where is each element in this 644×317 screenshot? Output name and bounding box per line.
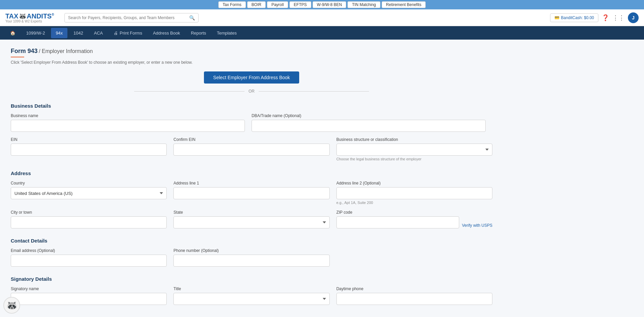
- grid-icon[interactable]: ⋮⋮: [612, 14, 625, 21]
- topnav-boir[interactable]: BOIR: [247, 1, 266, 8]
- business-details-title: Business Details: [11, 103, 492, 109]
- nav-print[interactable]: 🖨 Print Forms: [109, 28, 147, 38]
- bandit-cash-button[interactable]: 💳 BanditCash: $0.00: [550, 13, 598, 22]
- dba-name-label: DBA/Trade name (Optional): [252, 113, 486, 118]
- header-right: 💳 BanditCash: $0.00 ❓ ⋮⋮ J: [550, 12, 639, 23]
- address-line2-group: Address line 2 (Optional) e.g., Apt 1A, …: [336, 181, 492, 205]
- topnav-tin[interactable]: TIN Matching: [347, 1, 380, 8]
- topnav-eftps[interactable]: EFTPS: [289, 1, 311, 8]
- country-select[interactable]: United States of America (US): [11, 187, 167, 199]
- business-structure-label: Business structure or classification: [336, 137, 492, 142]
- nav-1042[interactable]: 1042: [69, 28, 88, 38]
- signatory-row: Signatory name Title Daytime phone: [11, 286, 492, 305]
- email-group: Email address (Optional): [11, 248, 167, 267]
- nav-aca-label: ACA: [94, 31, 103, 36]
- secondary-nav: 🏠 1099/W-2 94x 1042 ACA 🖨 Print Forms Ad…: [0, 26, 644, 40]
- business-name-input[interactable]: [11, 120, 245, 132]
- nav-reports-label: Reports: [191, 31, 206, 36]
- zip-label: ZIP code: [336, 210, 492, 215]
- ein-label: EIN: [11, 137, 167, 142]
- state-label: State: [173, 210, 329, 215]
- logo: TAX🦝ANDITS®: [5, 12, 54, 20]
- nav-94x[interactable]: 94x: [51, 28, 67, 38]
- title-underline: [11, 57, 24, 57]
- search-input[interactable]: [68, 15, 187, 20]
- phone-group: Phone number (Optional): [173, 248, 329, 267]
- email-label: Email address (Optional): [11, 248, 167, 253]
- country-row: Country United States of America (US) Ad…: [11, 181, 492, 205]
- nav-1099-label: 1099/W-2: [26, 31, 45, 36]
- nav-templates[interactable]: Templates: [212, 28, 241, 38]
- city-row: City or town State ZIP code Verify with …: [11, 210, 492, 228]
- ein-group: EIN: [11, 137, 167, 156]
- bandit-cash-label: BanditCash: $0.00: [561, 15, 594, 20]
- city-group: City or town: [11, 210, 167, 228]
- nav-address[interactable]: Address Book: [148, 28, 185, 38]
- or-line-left: [134, 91, 245, 92]
- nav-templates-label: Templates: [217, 31, 236, 36]
- nav-reports[interactable]: Reports: [186, 28, 211, 38]
- zip-input[interactable]: [336, 216, 460, 228]
- zip-group: ZIP code Verify with USPS: [336, 210, 492, 228]
- mascot: 🦝: [3, 297, 20, 314]
- nav-1099[interactable]: 1099/W-2: [21, 28, 50, 38]
- business-name-group: Business name: [11, 113, 245, 132]
- contact-section: Contact Details Email address (Optional)…: [11, 238, 492, 267]
- address-title: Address: [11, 170, 492, 176]
- address-line1-label: Address line 1: [173, 181, 329, 186]
- contact-title: Contact Details: [11, 238, 492, 244]
- page-desc: Click 'Select Employer From Address Book…: [11, 60, 492, 65]
- ein-row: EIN Confirm EIN Business structure or cl…: [11, 137, 492, 161]
- daytime-phone-group: Daytime phone: [336, 286, 492, 305]
- logo-sub: Your 1099 & W2 Experts: [5, 19, 42, 23]
- signatory-title-group: Title: [173, 286, 329, 305]
- mascot-image: 🦝: [3, 297, 20, 314]
- search-icon: 🔍: [189, 15, 195, 20]
- confirm-ein-input[interactable]: [173, 144, 329, 156]
- header-search-area: 🔍: [64, 13, 545, 22]
- top-nav: Tax Forms BOIR Payroll EFTPS W-9/W-8 BEN…: [0, 0, 644, 9]
- topnav-tax-forms[interactable]: Tax Forms: [218, 1, 246, 8]
- avatar[interactable]: J: [628, 12, 639, 23]
- dba-name-group: DBA/Trade name (Optional): [252, 113, 486, 132]
- state-select[interactable]: [173, 216, 329, 228]
- nav-home[interactable]: 🏠: [5, 28, 20, 38]
- email-input[interactable]: [11, 255, 167, 267]
- address-line1-input[interactable]: [173, 187, 329, 199]
- business-structure-select[interactable]: [336, 144, 492, 156]
- signatory-name-label: Signatory name: [11, 286, 167, 291]
- search-box[interactable]: 🔍: [64, 13, 199, 22]
- country-group: Country United States of America (US): [11, 181, 167, 199]
- nav-address-label: Address Book: [153, 31, 180, 36]
- verify-usps-link[interactable]: Verify with USPS: [462, 223, 492, 228]
- topnav-payroll[interactable]: Payroll: [267, 1, 288, 8]
- country-label: Country: [11, 181, 167, 186]
- structure-helper: Choose the legal business structure of t…: [336, 157, 492, 161]
- signatory-title: Signatory Details: [11, 276, 492, 282]
- main-content: Form 943 / Employer Information Click 'S…: [0, 40, 503, 317]
- nav-aca[interactable]: ACA: [89, 28, 108, 38]
- state-group: State: [173, 210, 329, 228]
- help-icon[interactable]: ❓: [602, 14, 609, 21]
- header: TAX🦝ANDITS® Your 1099 & W2 Experts 🔍 💳 B…: [0, 9, 644, 26]
- topnav-retirement[interactable]: Retirement Benefits: [382, 1, 426, 8]
- signatory-title-label: Title: [173, 286, 329, 291]
- topnav-w9[interactable]: W-9/W-8 BEN: [313, 1, 346, 8]
- select-employer-button[interactable]: Select Employer From Address Book: [204, 71, 300, 84]
- signatory-title-select[interactable]: [173, 293, 329, 305]
- ein-input[interactable]: [11, 144, 167, 156]
- address-line2-input[interactable]: [336, 187, 492, 199]
- daytime-phone-input[interactable]: [336, 293, 492, 305]
- print-icon: 🖨: [114, 31, 118, 36]
- address-line2-label: Address line 2 (Optional): [336, 181, 492, 186]
- dba-name-input[interactable]: [252, 120, 486, 132]
- signatory-name-input[interactable]: [11, 293, 167, 305]
- business-structure-group: Business structure or classification Cho…: [336, 137, 492, 161]
- or-line-right: [259, 91, 369, 92]
- phone-input[interactable]: [173, 255, 329, 267]
- logo-area: TAX🦝ANDITS® Your 1099 & W2 Experts: [5, 12, 59, 23]
- city-input[interactable]: [11, 216, 167, 228]
- business-name-label: Business name: [11, 113, 245, 118]
- nav-1042-label: 1042: [73, 31, 83, 36]
- address-line2-helper: e.g., Apt 1A, Suite 200: [336, 201, 492, 205]
